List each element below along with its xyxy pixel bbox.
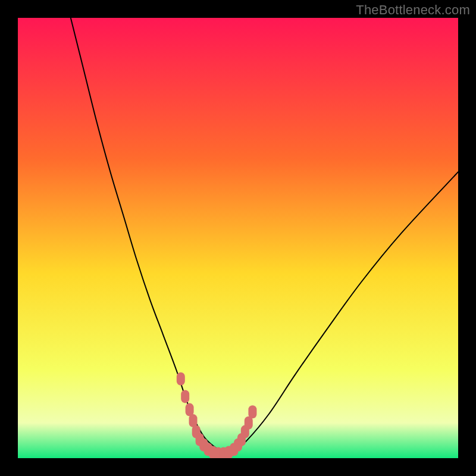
optimal-marker <box>248 405 256 418</box>
optimal-marker <box>177 372 185 386</box>
gradient-background <box>18 18 458 458</box>
optimal-marker <box>181 390 189 403</box>
watermark-text: TheBottleneck.com <box>356 2 470 18</box>
chart-frame: TheBottleneck.com <box>0 0 476 476</box>
optimal-marker <box>245 416 253 430</box>
bottleneck-chart <box>18 18 458 458</box>
